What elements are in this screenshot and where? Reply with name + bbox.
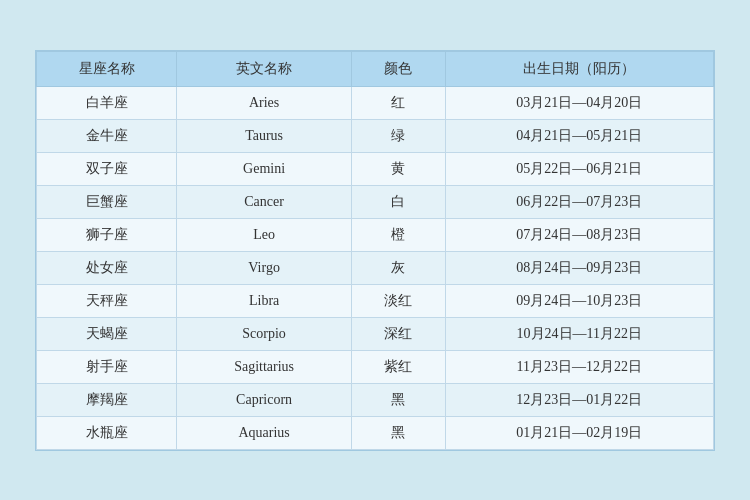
- cell-date: 06月22日—07月23日: [445, 185, 713, 218]
- table-row: 天秤座Libra淡红09月24日—10月23日: [37, 284, 714, 317]
- cell-chinese: 摩羯座: [37, 383, 177, 416]
- cell-english: Leo: [177, 218, 352, 251]
- table-header-row: 星座名称 英文名称 颜色 出生日期（阳历）: [37, 51, 714, 86]
- cell-color: 黄: [352, 152, 445, 185]
- cell-color: 淡红: [352, 284, 445, 317]
- cell-date: 04月21日—05月21日: [445, 119, 713, 152]
- table-row: 水瓶座Aquarius黑01月21日—02月19日: [37, 416, 714, 449]
- cell-date: 12月23日—01月22日: [445, 383, 713, 416]
- cell-english: Taurus: [177, 119, 352, 152]
- cell-date: 08月24日—09月23日: [445, 251, 713, 284]
- cell-color: 红: [352, 86, 445, 119]
- zodiac-table-container: 星座名称 英文名称 颜色 出生日期（阳历） 白羊座Aries红03月21日—04…: [35, 50, 715, 451]
- header-chinese: 星座名称: [37, 51, 177, 86]
- cell-color: 紫红: [352, 350, 445, 383]
- cell-chinese: 天秤座: [37, 284, 177, 317]
- table-row: 金牛座Taurus绿04月21日—05月21日: [37, 119, 714, 152]
- cell-color: 灰: [352, 251, 445, 284]
- header-color: 颜色: [352, 51, 445, 86]
- table-row: 射手座Sagittarius紫红11月23日—12月22日: [37, 350, 714, 383]
- cell-english: Capricorn: [177, 383, 352, 416]
- cell-english: Gemini: [177, 152, 352, 185]
- cell-color: 橙: [352, 218, 445, 251]
- header-english: 英文名称: [177, 51, 352, 86]
- table-row: 天蝎座Scorpio深红10月24日—11月22日: [37, 317, 714, 350]
- cell-english: Libra: [177, 284, 352, 317]
- cell-chinese: 处女座: [37, 251, 177, 284]
- table-row: 处女座Virgo灰08月24日—09月23日: [37, 251, 714, 284]
- cell-chinese: 狮子座: [37, 218, 177, 251]
- cell-chinese: 白羊座: [37, 86, 177, 119]
- cell-chinese: 天蝎座: [37, 317, 177, 350]
- header-date: 出生日期（阳历）: [445, 51, 713, 86]
- table-body: 白羊座Aries红03月21日—04月20日金牛座Taurus绿04月21日—0…: [37, 86, 714, 449]
- cell-date: 10月24日—11月22日: [445, 317, 713, 350]
- table-row: 摩羯座Capricorn黑12月23日—01月22日: [37, 383, 714, 416]
- cell-chinese: 双子座: [37, 152, 177, 185]
- cell-english: Scorpio: [177, 317, 352, 350]
- table-row: 巨蟹座Cancer白06月22日—07月23日: [37, 185, 714, 218]
- cell-date: 11月23日—12月22日: [445, 350, 713, 383]
- zodiac-table: 星座名称 英文名称 颜色 出生日期（阳历） 白羊座Aries红03月21日—04…: [36, 51, 714, 450]
- cell-color: 黑: [352, 383, 445, 416]
- cell-english: Aries: [177, 86, 352, 119]
- cell-date: 05月22日—06月21日: [445, 152, 713, 185]
- cell-date: 01月21日—02月19日: [445, 416, 713, 449]
- cell-color: 绿: [352, 119, 445, 152]
- table-row: 狮子座Leo橙07月24日—08月23日: [37, 218, 714, 251]
- cell-english: Sagittarius: [177, 350, 352, 383]
- cell-chinese: 水瓶座: [37, 416, 177, 449]
- table-row: 双子座Gemini黄05月22日—06月21日: [37, 152, 714, 185]
- cell-chinese: 金牛座: [37, 119, 177, 152]
- cell-english: Aquarius: [177, 416, 352, 449]
- cell-date: 07月24日—08月23日: [445, 218, 713, 251]
- cell-chinese: 射手座: [37, 350, 177, 383]
- cell-color: 白: [352, 185, 445, 218]
- cell-date: 09月24日—10月23日: [445, 284, 713, 317]
- cell-date: 03月21日—04月20日: [445, 86, 713, 119]
- cell-english: Virgo: [177, 251, 352, 284]
- table-row: 白羊座Aries红03月21日—04月20日: [37, 86, 714, 119]
- cell-chinese: 巨蟹座: [37, 185, 177, 218]
- cell-color: 深红: [352, 317, 445, 350]
- cell-color: 黑: [352, 416, 445, 449]
- cell-english: Cancer: [177, 185, 352, 218]
